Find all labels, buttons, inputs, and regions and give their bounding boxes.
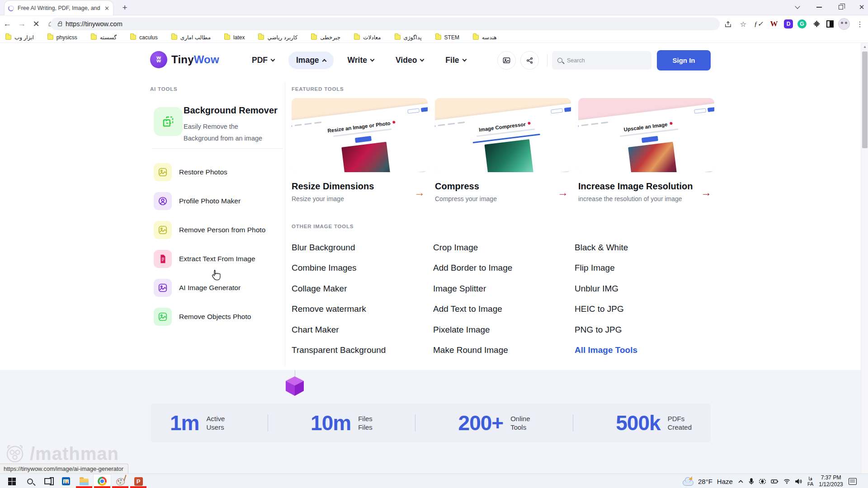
window-restore-button[interactable] [831, 0, 851, 14]
image-tool-link[interactable]: Crop Image [433, 243, 575, 253]
bookmark-item[interactable]: كاربرد رياضي [258, 34, 297, 41]
extension-d-icon[interactable]: D [784, 19, 793, 28]
wifi-icon[interactable] [783, 479, 790, 484]
task-view-button[interactable] [39, 474, 57, 488]
image-tool-link[interactable]: Black & White [575, 243, 716, 253]
bookmark-item[interactable]: مطالب اماری [171, 34, 211, 41]
image-tool-link[interactable]: HEIC to JPG [575, 304, 716, 314]
header-divider [547, 54, 547, 67]
stop-loading-button[interactable]: ✕ [29, 19, 43, 29]
tab-close-icon[interactable]: ✕ [104, 5, 109, 12]
share-icon[interactable] [722, 19, 733, 29]
bookmark-item[interactable]: latex [224, 34, 245, 41]
image-tool-link[interactable]: Add Border to Image [433, 263, 575, 273]
site-search[interactable] [552, 51, 651, 70]
tinywow-logo[interactable]: ʬ TinyWow [150, 51, 219, 68]
card-compress[interactable]: Image Compressor Compress Compress your … [435, 98, 571, 202]
extension-fx-icon[interactable]: ƒ✓ [753, 19, 764, 29]
taskbar-clock[interactable]: 7:37 PM1/12/2023 [819, 474, 843, 488]
sidebar-item-restore-photos[interactable]: Restore Photos [154, 161, 283, 183]
bookmark-item[interactable]: physicss [47, 34, 77, 41]
arrow-right-icon[interactable]: → [557, 186, 568, 199]
nav-file[interactable]: File [438, 52, 473, 69]
image-tool-link[interactable]: Combine Images [292, 263, 433, 273]
image-tool-link[interactable]: Make Round Image [433, 345, 575, 355]
search-input[interactable] [567, 57, 635, 64]
scrollbar[interactable]: ▲ [861, 43, 868, 474]
scrollbar-up-icon[interactable]: ▲ [861, 43, 868, 51]
weather-icon[interactable] [683, 480, 693, 486]
reader-mode-icon[interactable] [826, 20, 834, 28]
bookmark-item[interactable]: جبرخطی [311, 34, 340, 41]
sidebar-item-remove-objects[interactable]: Remove Objects Photo [154, 306, 283, 328]
screen-cast-icon[interactable] [759, 479, 766, 484]
battery-icon[interactable] [771, 479, 778, 484]
microsoft-store-icon[interactable] [57, 474, 75, 488]
image-tool-link[interactable]: Transparent Background [292, 345, 433, 355]
nav-image[interactable]: Image [288, 52, 334, 69]
sidebar-item-extract-text[interactable]: Extract Text From Image [154, 248, 283, 270]
image-tool-link[interactable]: Add Text to Image [433, 304, 575, 314]
browser-menu-icon[interactable]: ⋮ [854, 19, 865, 29]
stat-divider [573, 414, 573, 432]
back-button[interactable]: ← [0, 19, 14, 28]
bookmark-item[interactable]: پداگوژی [395, 34, 422, 41]
profile-avatar[interactable] [838, 18, 850, 30]
weather-temp[interactable]: 28°F [698, 478, 712, 485]
browser-toolbar: ← → ✕ ⌂ https://tinywow.com ☆ ƒ✓ W D G ⋮ [0, 15, 868, 32]
bookmark-item[interactable]: هندسه [473, 34, 497, 41]
bookmark-star-icon[interactable]: ☆ [738, 19, 749, 29]
sign-in-button[interactable]: Sign In [657, 50, 711, 70]
image-tool-link[interactable]: Collage Maker [292, 284, 433, 294]
browser-tab[interactable]: Free AI Writing, PDF, Image, and ✕ [5, 1, 113, 15]
image-tool-link[interactable]: Unblur IMG [575, 284, 716, 294]
secure-lock-icon[interactable] [58, 23, 62, 26]
card-thumbnail: Resize an Image or Photo [292, 98, 428, 172]
nav-pdf[interactable]: PDF [244, 52, 282, 69]
microphone-icon[interactable] [749, 478, 754, 485]
bookmark-item[interactable]: ابزار وب [5, 34, 34, 41]
image-tool-link[interactable]: Flip Image [575, 263, 716, 273]
start-button[interactable] [3, 474, 21, 488]
sidebar-item-profile-photo-maker[interactable]: Profile Photo Maker [154, 190, 283, 212]
sidebar-item-remove-person[interactable]: Remove Person from Photo [154, 219, 283, 241]
arrow-right-icon[interactable]: → [414, 186, 425, 199]
all-image-tools-link[interactable]: All Image Tools [575, 345, 716, 355]
volume-icon[interactable] [795, 479, 802, 484]
window-minimize-button[interactable] [809, 0, 829, 14]
image-tool-link[interactable]: Blur Background [292, 243, 433, 253]
hidden-icons-chevron[interactable] [738, 479, 744, 483]
url-text[interactable]: https://tinywow.com [66, 20, 123, 28]
my-files-button[interactable] [497, 51, 516, 70]
bookmark-item[interactable]: STEM [435, 34, 459, 41]
image-tool-link[interactable]: Chart Maker [292, 325, 433, 335]
nav-write[interactable]: Write [340, 52, 382, 69]
notification-center-icon[interactable] [849, 478, 857, 485]
arrow-right-icon[interactable]: → [701, 186, 712, 199]
image-tool-link[interactable]: Image Splitter [433, 284, 575, 294]
scrollbar-thumb[interactable] [862, 52, 868, 148]
card-resize-dimensions[interactable]: Resize an Image or Photo Resize Dimensio… [292, 98, 428, 202]
folder-icon [473, 35, 479, 40]
window-close-button[interactable]: ✕ [852, 0, 868, 14]
extensions-puzzle-icon[interactable] [811, 19, 822, 29]
image-tool-link[interactable]: Remove watermark [292, 304, 433, 314]
share-nodes-button[interactable] [520, 51, 539, 70]
bookmark-item[interactable]: caculus [130, 34, 158, 41]
address-bar[interactable]: https://tinywow.com [51, 18, 720, 30]
bookmark-item[interactable]: گسسته [91, 34, 117, 41]
nav-video[interactable]: Video [388, 52, 431, 69]
card-increase-resolution[interactable]: Upscale an Image Increase Image Resoluti… [578, 98, 714, 202]
image-tool-link[interactable]: Pixelate Image [433, 325, 575, 335]
status-bar-url: https://tinywow.com/image/ai-image-gener… [0, 464, 128, 474]
extension-wikipedia-icon[interactable]: W [769, 19, 779, 29]
tab-search-chevron-icon[interactable] [788, 0, 807, 14]
forward-button[interactable]: → [14, 19, 29, 28]
extension-grammarly-icon[interactable]: G [797, 19, 807, 28]
weather-condition[interactable]: Haze [717, 478, 733, 485]
new-tab-button[interactable]: + [119, 3, 130, 14]
language-indicator[interactable]: فاFA [807, 476, 813, 487]
taskbar-search-button[interactable] [21, 474, 39, 488]
bookmark-item[interactable]: معادلات [354, 34, 381, 41]
image-tool-link[interactable]: PNG to JPG [575, 325, 716, 335]
